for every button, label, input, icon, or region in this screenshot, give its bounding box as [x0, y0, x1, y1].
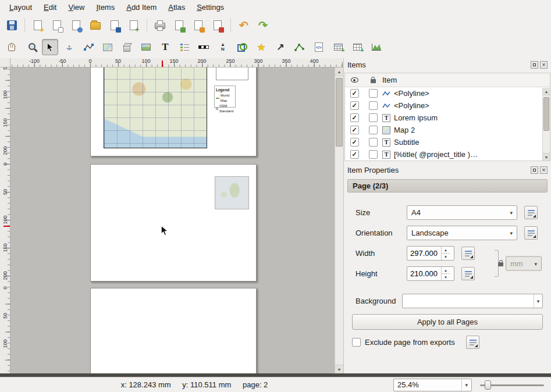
export-image-button[interactable]: [171, 17, 187, 33]
lock-checkbox[interactable]: [369, 113, 378, 122]
width-spinbox[interactable]: ▲▼: [407, 246, 454, 261]
lock-checkbox[interactable]: [369, 126, 378, 134]
data-defined-override-button[interactable]: [461, 247, 475, 260]
print-button[interactable]: [152, 17, 168, 33]
add-legend-button[interactable]: [176, 39, 193, 55]
add-label-button[interactable]: T: [157, 39, 173, 55]
spinner-buttons[interactable]: ▲▼: [441, 247, 450, 260]
zoom-tool-button[interactable]: [23, 39, 39, 55]
menu-edit[interactable]: Edit: [38, 1, 62, 13]
export-pdf-button[interactable]: [209, 17, 226, 33]
move-item-content-button[interactable]: [61, 39, 77, 55]
item-row[interactable]: [%title( @project_title )…: [345, 148, 550, 161]
title-text-item[interactable]: [216, 67, 248, 80]
scroll-up-arrow[interactable]: ▲: [543, 88, 550, 95]
visibility-checkbox[interactable]: [350, 89, 359, 98]
add-3d-map-button[interactable]: [119, 39, 135, 55]
add-arrow-button[interactable]: ↗: [272, 39, 289, 55]
items-panel-close-button[interactable]: ×: [540, 61, 548, 69]
add-north-arrow-button[interactable]: [215, 39, 231, 55]
map-item[interactable]: [104, 67, 207, 148]
data-defined-override-button[interactable]: [461, 267, 475, 280]
scroll-up-arrow[interactable]: ▲: [335, 67, 343, 76]
menu-add-item[interactable]: Add Item: [120, 1, 162, 13]
spin-down-icon[interactable]: ▼: [442, 254, 450, 260]
add-marker-button[interactable]: ★: [253, 39, 269, 55]
menu-layout[interactable]: Layout: [3, 1, 38, 13]
add-items-from-template-button[interactable]: [126, 17, 142, 33]
export-svg-button[interactable]: [190, 17, 207, 33]
map-2-item[interactable]: [215, 176, 249, 209]
redo-button[interactable]: ↷: [255, 17, 271, 33]
spin-down-icon[interactable]: ▼: [442, 274, 450, 280]
zoom-slider[interactable]: [480, 380, 544, 390]
scrollbar-thumb[interactable]: [336, 78, 343, 147]
menu-atlas[interactable]: Atlas: [162, 1, 191, 13]
slider-thumb[interactable]: [485, 380, 491, 390]
spin-up-icon[interactable]: ▲: [442, 267, 450, 274]
scroll-down-arrow[interactable]: ▼: [335, 365, 343, 373]
data-defined-override-button[interactable]: [524, 206, 538, 219]
save-as-template-button[interactable]: [106, 17, 123, 33]
height-spinbox[interactable]: ▲▼: [407, 266, 454, 281]
vertical-ruler[interactable]: 50 100 150 200 0 50 100 150 200 0 50 100: [0, 67, 10, 373]
load-from-template-button[interactable]: [87, 17, 104, 33]
width-input[interactable]: [407, 247, 441, 260]
page-1[interactable]: Legend World Map OSM Standard: [90, 67, 257, 156]
size-combobox[interactable]: A4 ▾: [407, 205, 517, 220]
data-defined-override-button[interactable]: [524, 226, 538, 240]
height-input[interactable]: [407, 267, 441, 280]
page-3[interactable]: [90, 288, 257, 373]
add-elevation-profile-button[interactable]: [368, 39, 385, 55]
orientation-combobox[interactable]: Landscape ▾: [407, 226, 517, 240]
horizontal-ruler[interactable]: -100 -50 0 50 100 150 200 250 300 350 40…: [10, 58, 343, 67]
visibility-checkbox[interactable]: [350, 101, 359, 110]
item-row[interactable]: Subtitle: [345, 136, 550, 148]
add-html-button[interactable]: [311, 39, 327, 55]
duplicate-layout-button[interactable]: [49, 17, 65, 33]
visibility-checkbox[interactable]: [350, 150, 359, 159]
lock-checkbox[interactable]: [369, 89, 378, 98]
ratio-lock-icon[interactable]: [498, 262, 503, 266]
zoom-level-combobox[interactable]: 25.4% ▾: [393, 379, 472, 391]
add-fixed-table-button[interactable]: [349, 39, 365, 55]
save-project-button[interactable]: [3, 17, 20, 33]
lock-checkbox[interactable]: [369, 101, 378, 110]
item-properties-close-button[interactable]: ×: [540, 166, 548, 174]
spin-up-icon[interactable]: ▲: [442, 247, 450, 254]
item-row[interactable]: <Polyline>: [345, 87, 550, 99]
background-color-button[interactable]: ▾: [402, 294, 543, 308]
menu-items[interactable]: Items: [90, 1, 120, 13]
canvas-vertical-scrollbar[interactable]: ▲ ▼: [335, 67, 343, 373]
data-defined-override-button[interactable]: [466, 336, 479, 349]
scroll-down-arrow[interactable]: ▼: [543, 153, 550, 161]
add-map-button[interactable]: [99, 39, 116, 55]
item-properties-float-button[interactable]: [531, 166, 538, 174]
item-row[interactable]: Map 2: [345, 124, 550, 136]
item-row[interactable]: <Polyline>: [345, 99, 550, 112]
legend-item[interactable]: Legend World Map OSM Standard: [214, 85, 236, 108]
chevron-down-icon[interactable]: ▾: [534, 294, 542, 308]
new-layout-button[interactable]: [30, 17, 46, 33]
items-list-scrollbar[interactable]: ▲ ▼: [542, 88, 550, 161]
visibility-checkbox[interactable]: [350, 126, 359, 134]
page-2[interactable]: [90, 164, 257, 281]
lock-checkbox[interactable]: [369, 150, 378, 159]
lock-checkbox[interactable]: [369, 138, 378, 147]
add-node-item-button[interactable]: [292, 39, 308, 55]
item-row[interactable]: Lorem ipsum: [345, 112, 550, 124]
visibility-checkbox[interactable]: [350, 113, 359, 122]
layout-manager-button[interactable]: [68, 17, 84, 33]
layout-viewport[interactable]: Legend World Map OSM Standard: [10, 67, 335, 373]
chevron-down-icon[interactable]: ▾: [461, 379, 468, 391]
visibility-checkbox[interactable]: [350, 138, 359, 147]
add-shape-button[interactable]: [234, 39, 250, 55]
add-picture-button[interactable]: [138, 39, 154, 55]
add-scalebar-button[interactable]: [195, 39, 212, 55]
select-move-item-button[interactable]: [42, 39, 58, 55]
menu-settings[interactable]: Settings: [191, 1, 230, 13]
items-panel-float-button[interactable]: [531, 61, 538, 69]
edit-nodes-item-button[interactable]: [80, 39, 97, 55]
menu-view[interactable]: View: [62, 1, 90, 13]
scrollbar-thumb[interactable]: [543, 97, 549, 131]
